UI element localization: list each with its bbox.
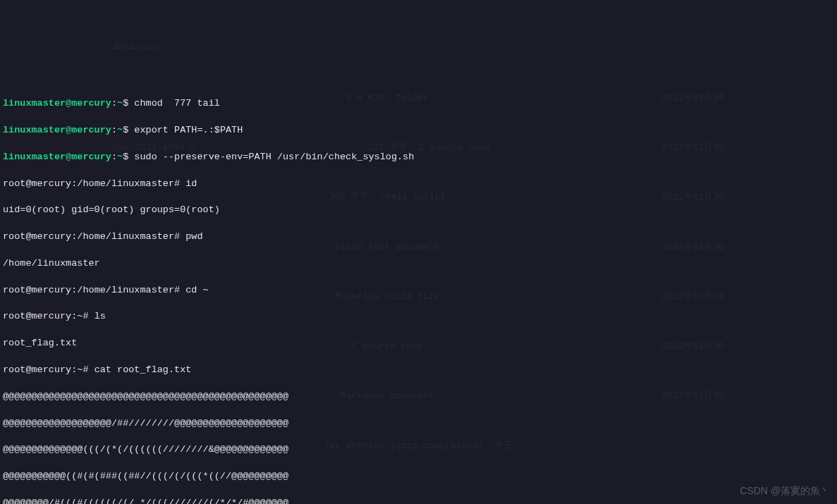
output-id: uid=0(root) gid=0(root) groups=0(root)	[3, 204, 834, 217]
command-ls: ls	[94, 311, 106, 321]
root-prompt-3: root@mercury:/home/linuxmaster# cd ~	[3, 284, 834, 297]
root-prompt-5: root@mercury:~# cat root_flag.txt	[3, 364, 834, 377]
root-prompt-2: root@mercury:/home/linuxmaster# pwd	[3, 231, 834, 244]
command-id: id	[185, 178, 197, 189]
user-host: linuxmaster@mercury	[3, 98, 111, 109]
terminal[interactable]: linuxmaster@mercury:~$ chmod 777 tail li…	[3, 84, 834, 504]
prompt-line-1: linuxmaster@mercury:~$ chmod 777 tail	[3, 97, 834, 111]
prompt-line-3: linuxmaster@mercury:~$ sudo --preserve-e…	[3, 151, 834, 164]
command-sudo: sudo --preserve-env=PATH /usr/bin/check_…	[134, 152, 414, 162]
command-cat: cat root_flag.txt	[94, 364, 192, 375]
path: ~	[117, 98, 123, 109]
output-pwd: /home/linuxmaster	[3, 257, 834, 271]
command-pwd: pwd	[185, 231, 202, 242]
command-cd: cd ~	[185, 285, 208, 295]
command-chmod: chmod 777 tail	[134, 98, 220, 109]
root-prompt-1: root@mercury:/home/linuxmaster# id	[3, 178, 834, 191]
ascii-art: @@@@@@@@@@@@@@@@@@@@@@@@@@@@@@@@@@@@@@@@…	[3, 391, 834, 404]
root-prompt-4: root@mercury:~# ls	[3, 310, 834, 324]
output-ls: root_flag.txt	[3, 337, 834, 350]
command-export: export PATH=.:$PATH	[134, 125, 243, 135]
prompt-line-2: linuxmaster@mercury:~$ export PATH=.:$PA…	[3, 124, 834, 137]
